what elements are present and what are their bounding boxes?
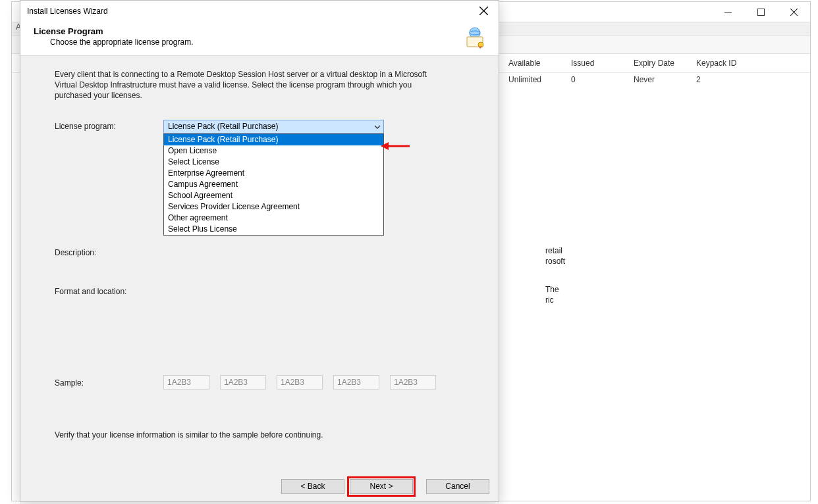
dialog-body: Every client that is connecting to a Rem… — [20, 56, 499, 471]
install-licenses-wizard: Install Licenses Wizard License Program … — [20, 0, 499, 502]
option-school-agreement[interactable]: School Agreement — [164, 190, 383, 201]
cancel-button[interactable]: Cancel — [426, 479, 489, 494]
sample-box-4: 1A2B3 — [333, 375, 379, 390]
header-subtitle: Choose the appropriate license program. — [34, 38, 193, 47]
license-wizard-icon — [460, 26, 485, 49]
back-button[interactable]: < Back — [281, 479, 344, 494]
option-select-license[interactable]: Select License — [164, 157, 383, 168]
sample-inputs: 1A2B3 1A2B3 1A2B3 1A2B3 1A2B3 — [163, 375, 436, 390]
option-campus-agreement[interactable]: Campus Agreement — [164, 179, 383, 190]
desc-frag-1: retail — [545, 246, 562, 257]
option-spla[interactable]: Services Provider License Agreement — [164, 201, 383, 213]
verify-text: Verify that your license information is … — [55, 430, 464, 440]
format-frag-1: The — [545, 285, 559, 295]
dialog-title: Install Licenses Wizard — [27, 7, 108, 16]
minimize-button[interactable] — [713, 3, 743, 21]
sample-box-1: 1A2B3 — [163, 375, 209, 390]
option-other-agreement[interactable]: Other agreement — [164, 213, 383, 224]
description-text: retail rosoft — [163, 246, 440, 257]
option-open-license[interactable]: Open License — [164, 145, 383, 157]
dialog-footer: < Back Next > Cancel — [20, 471, 499, 501]
license-program-dropdown[interactable]: License Pack (Retail Purchase) Open Lice… — [163, 134, 384, 236]
chevron-down-icon — [374, 123, 381, 130]
dialog-header: License Program Choose the appropriate l… — [20, 21, 499, 56]
cell-issued: 0 — [568, 75, 631, 84]
bg-close-button[interactable] — [778, 3, 809, 21]
label-license-program: License program: — [55, 120, 163, 236]
label-sample: Sample: — [55, 376, 163, 388]
desc-frag-2: rosoft — [545, 257, 565, 267]
cell-available: Unlimited — [506, 75, 568, 84]
maximize-button[interactable] — [746, 3, 776, 21]
license-program-combo[interactable]: License Pack (Retail Purchase) — [163, 120, 384, 134]
option-license-pack[interactable]: License Pack (Retail Purchase) — [164, 134, 383, 145]
dialog-titlebar: Install Licenses Wizard — [20, 1, 499, 21]
cell-expiry: Never — [631, 75, 694, 84]
col-expiry[interactable]: Expiry Date — [631, 59, 694, 68]
label-format-location: Format and location: — [55, 285, 163, 296]
close-button[interactable] — [474, 3, 493, 19]
sample-box-3: 1A2B3 — [277, 375, 323, 390]
next-button[interactable]: Next > — [350, 479, 413, 494]
sample-box-2: 1A2B3 — [220, 375, 266, 390]
header-title: License Program — [34, 26, 193, 38]
annotation-arrow — [381, 140, 410, 152]
format-text: The ric — [163, 285, 440, 296]
format-frag-2: ric — [545, 295, 554, 306]
sample-box-5: 1A2B3 — [390, 375, 436, 390]
svg-rect-1 — [757, 9, 764, 15]
option-select-plus[interactable]: Select Plus License — [164, 224, 383, 235]
cell-keypack: 2 — [694, 75, 756, 84]
col-issued[interactable]: Issued — [568, 59, 631, 68]
label-description: Description: — [55, 246, 163, 257]
col-keypack[interactable]: Keypack ID — [694, 59, 756, 68]
option-enterprise-agreement[interactable]: Enterprise Agreement — [164, 168, 383, 179]
combo-selected: License Pack (Retail Purchase) — [168, 122, 278, 131]
col-available[interactable]: Available — [506, 59, 568, 68]
intro-text: Every client that is connecting to a Rem… — [55, 69, 443, 101]
